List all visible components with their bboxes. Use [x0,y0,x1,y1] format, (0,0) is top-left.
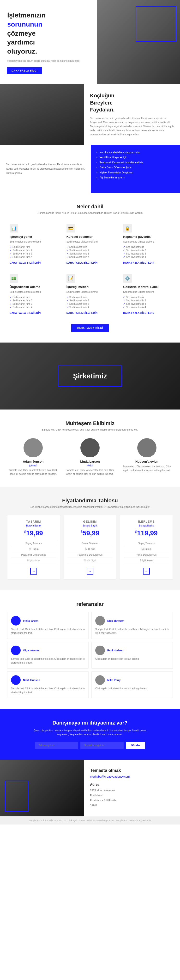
team-name: Adam Jonson [7,460,59,463]
neler-list-item: ✓Sed iuvanet furis 4 [10,306,57,309]
neler-cta-button[interactable]: DAHA FAZLA BİLGİ [71,325,109,332]
team-name: Hudson'a evlen [121,460,173,463]
pricing-arrow-button[interactable]: → [143,568,150,574]
footer-text: Sample text. Click to select the text bo… [29,819,151,822]
neler-list-item: ✓Sed iuvanet furis [10,246,57,248]
neler-link[interactable]: DAHA FAZLA BİLGİ EDİN [66,312,98,314]
ref-name: Nick Jhneson [107,619,125,622]
neler-list: ✓Sed iuvanet furis✓Sed iuvanet furis 2✓S… [123,296,170,309]
ref-text: Click again or double click to start edi… [95,657,169,661]
neler-icon: 📝 [66,274,75,283]
hero-cta-button[interactable]: DAHA FAZLA BİLGİ [7,67,42,74]
team-title: Muhteşem Ekibimiz [7,420,173,426]
check-icon: ✓ [96,166,98,169]
neler-card-title: Kapsamlı güvenlik [123,235,170,239]
building-content: Koçluğun Bireylere Faydaları. Sed purus … [84,84,180,145]
neler-card: 💳 Küresel ödemeler Sed inceptos ultrices… [64,221,116,267]
benefit-item: ✓Daha Derin Öğrenme Şansı [96,166,175,169]
benefit-text: Daha Derin Öğrenme Şansı [100,166,132,169]
neler-card: 📊 İşletmeyi yönet Sed inceptos ultrices … [7,221,59,267]
pricing-feature: Pazarımız Doldurulmuş [11,554,56,556]
check-icon: ✓ [123,249,125,251]
check-icon: ✓ [123,252,125,255]
ref-name: Paul Hudson [107,649,123,652]
ref-header: Nakti Hudson [11,675,85,685]
neler-list: ✓Sed iuvanet furis✓Sed iuvanet furis 2✓S… [123,246,170,258]
neler-list-item: ✓Sed iuvanet furis 4 [123,256,170,258]
neler-card-text: Sed inceptos ultrices eleifend [66,240,114,244]
neler-list-item: ✓Sed iuvanet furis 3 [123,252,170,255]
check-icon: ✓ [123,246,125,248]
neler-link[interactable]: DAHA FAZLA BİLGİ EDİN [10,312,41,314]
building-text: Sed purus metus proin gravida hendrerit … [90,116,174,137]
ref-card: Mike Perry Click again or double click t… [92,671,173,698]
neler-card: 💵 Öngörülebilir ödeme Sed inceptos ultri… [7,272,59,317]
neler-link[interactable]: DAHA FAZLA BİLGİ EDİN [123,261,154,264]
check-icon: ✓ [123,302,125,305]
benefit-text: Yeni Fikre Ulaşmak İçin [100,156,127,159]
benefit-item: ✓Temposeli Kazanmak İçin Güncel Hiz [96,161,175,164]
danisma-firstname-input[interactable] [35,742,78,749]
ref-avatar [95,646,105,655]
referanslar-title: referanslar [7,601,173,607]
neler-list-item: ✓Sed iuvanet furis 2 [123,299,170,302]
avatar [137,438,156,457]
ref-text: Sample text. Click to select the text bo… [11,627,85,635]
pricing-arrow-button[interactable]: → [30,568,37,574]
pricing-card: Gelişim Buraya Başlık $59,99 Sayaç Tasar… [64,515,116,579]
pricing-grid: Tasarım Buraya Başlık $19,99 Sayaç Tasar… [7,515,173,579]
neler-list-item: ✓Sed iuvanet furis 2 [10,299,57,302]
pricing-feature: Yarısı Doldurulmuş [124,554,169,556]
neler-link[interactable]: DAHA FAZLA BİLGİ EDİN [123,312,154,314]
ref-grid: stella larson Sample text. Click to sele… [7,612,173,698]
neler-link[interactable]: DAHA FAZLA BİLGİ EDİN [10,261,41,264]
hero-left: İşletmenizin sorununun çözmeye yardımcı … [0,0,97,84]
pricing-plan-name: Tasarım [11,520,56,523]
neler-icon: 🔒 [123,224,132,232]
team-card: Hudson'a evlen Sample text. Click to sel… [121,438,173,476]
neler-grid: 📊 İşletmeyi yönet Sed inceptos ultrices … [7,221,173,317]
danisma-title: Danışmaya mı ihtiyacınız var? [7,720,173,726]
pricing-plan-name: İlerleme [124,520,169,523]
pricing-divider [68,546,112,546]
ref-text: Sample text. Click to select the text bo… [95,627,169,635]
price-divider [68,540,112,540]
ref-header: Olga Ivanova [11,646,85,655]
features-divider [11,564,56,564]
neler-card-title: Küresel ödemeler [66,235,114,239]
check-icon: ✓ [96,176,98,179]
neler-card-text: Sed inceptos ultrices eleifend [10,290,57,294]
check-icon: ✓ [66,302,68,305]
team-role: Yetkili [64,464,116,467]
neler-link[interactable]: DAHA FAZLA BİLGİ EDİN [66,261,98,264]
pricing-divider [11,546,56,546]
team-desc: Sample text. Click to select the text bo… [121,465,173,473]
features-divider [124,564,169,564]
check-icon: ✓ [66,296,68,299]
check-icon: ✓ [10,296,11,299]
check-icon: ✓ [66,246,68,248]
pricing-feature: Sayaç Tasarımı [11,542,56,545]
pricing-price: $119,99 [124,529,169,537]
pricing-feature: İyi Düşüp [124,548,169,550]
ref-card: stella larson Sample text. Click to sele… [7,612,88,639]
check-icon: ✓ [66,306,68,309]
check-icon: ✓ [96,156,98,159]
check-icon: ✓ [96,161,98,164]
danisma-lastname-input[interactable] [80,742,124,749]
contact-section: Temasta olmak merhaba@creativeagency.com… [0,760,180,816]
neler-list-item: ✓Sed iuvanet furis 4 [10,256,57,258]
pricing-title: Fiyatlandırma Tablosu [7,498,173,504]
team-desc: Sample text. Click to select the text bo… [7,468,59,476]
neler-card-text: Sed inceptos ultrices eleifend [123,240,170,244]
sirket-title: Şirketimiz [73,372,107,380]
check-icon: ✓ [10,302,11,305]
team-grid: Adam Jonson (görevi) Sample text. Click … [7,438,173,476]
sirket-section: Şirketimiz [0,342,180,409]
danisma-submit-button[interactable]: Gönder [126,742,145,749]
pricing-feature: Sayaç Tasarımı [124,542,169,545]
pricing-arrow-button[interactable]: → [87,568,93,574]
neler-list-item: ✓Sed iuvanet furis 2 [10,249,57,251]
avatar [24,438,43,457]
ref-avatar [11,616,21,625]
